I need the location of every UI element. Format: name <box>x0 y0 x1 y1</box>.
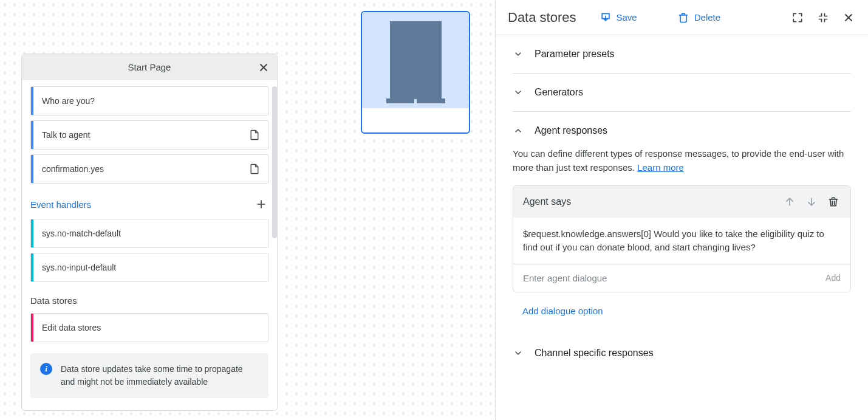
agent-dialogue-input-row: Add <box>513 264 850 292</box>
scrollbar-thumb[interactable] <box>272 86 277 238</box>
save-label: Save <box>617 12 637 22</box>
section-title: Parameter presets <box>535 49 615 60</box>
section-header-generators[interactable]: Generators <box>513 87 851 98</box>
section-header-agent-responses[interactable]: Agent responses <box>513 125 851 136</box>
data-store-row[interactable]: Edit data stores <box>30 313 268 342</box>
arrow-down-icon <box>805 196 818 208</box>
arrow-up-icon <box>784 196 796 208</box>
fullscreen-button[interactable] <box>790 10 805 25</box>
intent-row[interactable]: Talk to agent <box>30 120 268 150</box>
trash-icon <box>827 196 839 208</box>
delete-button[interactable]: Delete <box>677 12 720 24</box>
section-channel-specific: Channel specific responses <box>513 329 851 372</box>
flow-canvas[interactable]: Start Page Who are you? Talk to agent co… <box>0 0 495 420</box>
event-handler-label: sys.no-input-default <box>33 263 261 272</box>
collapse-icon <box>817 12 829 24</box>
section-generators: Generators <box>513 74 851 112</box>
section-title: Generators <box>535 87 583 98</box>
close-icon <box>258 61 270 74</box>
start-page-header: Start Page <box>22 54 277 80</box>
fullscreen-icon <box>791 12 804 24</box>
start-page-title: Start Page <box>128 62 171 72</box>
close-icon <box>842 12 855 24</box>
data-store-label: Edit data stores <box>33 323 261 332</box>
close-panel-button[interactable] <box>841 10 856 25</box>
add-dialogue-option-button[interactable]: Add dialogue option <box>513 306 851 316</box>
chevron-up-icon <box>513 125 524 136</box>
agent-says-text[interactable]: $request.knowledge.answers[0] Would you … <box>513 218 850 264</box>
section-title: Channel specific responses <box>535 348 654 359</box>
page-icon <box>248 129 261 141</box>
learn-more-link[interactable]: Learn more <box>637 162 684 173</box>
right-panel-body: Parameter presets Generators Agent respo… <box>496 35 868 420</box>
agent-says-title: Agent says <box>523 196 775 207</box>
section-agent-responses: Agent responses You can define different… <box>513 112 851 329</box>
info-icon: i <box>40 363 52 375</box>
section-title: Agent responses <box>535 125 607 136</box>
plus-icon <box>255 198 267 210</box>
right-panel-header: Data stores Save Delete <box>496 0 868 35</box>
add-event-handler-button[interactable] <box>254 197 268 212</box>
page-icon <box>248 163 261 175</box>
intent-label: Talk to agent <box>33 130 248 140</box>
intent-row[interactable]: Who are you? <box>30 86 268 115</box>
save-button[interactable]: Save <box>600 12 637 24</box>
collapse-button[interactable] <box>816 10 830 25</box>
info-text: Data store updates take some time to pro… <box>61 363 259 388</box>
section-parameter-presets: Parameter presets <box>513 35 851 74</box>
event-handlers-header[interactable]: Event handlers <box>30 188 268 214</box>
minimap[interactable] <box>361 11 470 134</box>
agent-says-card: Agent says $request.knowledge.answers[0]… <box>513 185 851 292</box>
event-handler-row[interactable]: sys.no-input-default <box>30 253 268 282</box>
info-box: i Data store updates take some time to p… <box>30 353 268 398</box>
start-page-card: Start Page Who are you? Talk to agent co… <box>21 53 278 411</box>
save-icon <box>600 12 612 24</box>
add-dialogue-button[interactable]: Add <box>825 273 841 283</box>
right-panel: Data stores Save Delete Parameter pr <box>495 0 868 420</box>
section-header-channel-specific[interactable]: Channel specific responses <box>513 348 851 359</box>
event-handlers-label: Event handlers <box>30 199 91 210</box>
intent-label: confirmation.yes <box>33 164 248 174</box>
data-stores-label: Data stores <box>30 295 77 306</box>
data-stores-header: Data stores <box>30 287 268 308</box>
delete-label: Delete <box>694 12 720 22</box>
trash-icon <box>677 12 689 24</box>
chevron-down-icon <box>513 49 524 60</box>
chevron-down-icon <box>513 348 524 359</box>
intent-label: Who are you? <box>33 96 261 106</box>
agent-dialogue-input[interactable] <box>523 273 819 283</box>
move-down-button[interactable] <box>804 195 819 209</box>
minimap-viewport <box>362 12 469 108</box>
minimap-node <box>390 21 442 99</box>
intent-row[interactable]: confirmation.yes <box>30 154 268 184</box>
event-handler-row[interactable]: sys.no-match-default <box>30 219 268 248</box>
agent-responses-description: You can define different types of respon… <box>513 147 851 174</box>
delete-response-button[interactable] <box>826 195 841 209</box>
section-header-parameter-presets[interactable]: Parameter presets <box>513 49 851 60</box>
event-handler-label: sys.no-match-default <box>33 229 261 238</box>
panel-title: Data stores <box>508 10 576 26</box>
start-page-body: Who are you? Talk to agent confirmation.… <box>22 80 277 410</box>
move-up-button[interactable] <box>782 195 797 209</box>
chevron-down-icon <box>513 87 524 98</box>
agent-says-header: Agent says <box>513 186 850 218</box>
close-button[interactable] <box>256 60 271 75</box>
